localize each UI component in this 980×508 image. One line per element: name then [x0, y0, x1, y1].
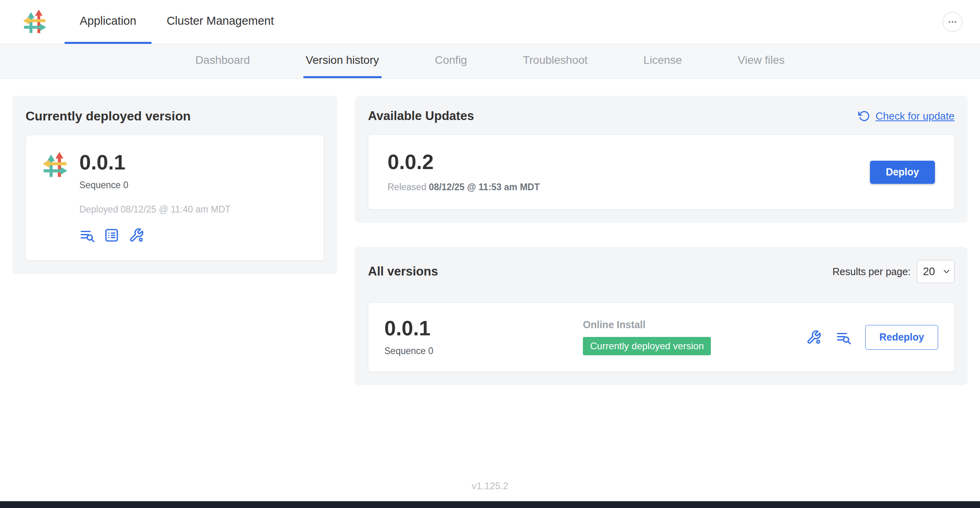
- release-notes-icon[interactable]: [836, 330, 851, 345]
- version-row: 0.0.1 Sequence 0 Online Install Currentl…: [368, 302, 954, 372]
- ellipsis-icon: [947, 16, 958, 28]
- deployed-card-title: Currently deployed version: [26, 109, 324, 124]
- row-version-number: 0.0.1: [384, 318, 583, 339]
- app-logo-small: [42, 152, 68, 178]
- currently-deployed-card: Currently deployed version: [12, 96, 337, 274]
- console-version: v1.125.2: [0, 480, 980, 492]
- deployed-sequence: Sequence 0: [79, 180, 231, 191]
- preflight-checks-icon[interactable]: [104, 228, 119, 243]
- overflow-menu-button[interactable]: [943, 12, 962, 32]
- tab-application[interactable]: Application: [65, 0, 152, 44]
- rotate-ccw-icon: [858, 110, 870, 122]
- edit-config-icon[interactable]: [129, 228, 144, 243]
- deployed-version-panel: 0.0.1 Sequence 0 Deployed 08/12/25 @ 11:…: [26, 135, 324, 261]
- subnav-item-version-history[interactable]: Version history: [303, 44, 382, 78]
- check-for-update-label: Check for update: [876, 110, 954, 122]
- update-released-line: Released 08/12/25 @ 11:53 am MDT: [388, 182, 540, 193]
- subnav-item-view-files[interactable]: View files: [735, 44, 787, 78]
- subnav-item-dashboard[interactable]: Dashboard: [193, 44, 252, 78]
- currently-deployed-badge: Currently deployed version: [583, 337, 711, 355]
- update-version-number: 0.0.2: [388, 152, 540, 172]
- release-notes-icon[interactable]: [79, 228, 94, 243]
- results-per-page-select[interactable]: 20: [917, 260, 954, 283]
- app-logo: [22, 10, 47, 34]
- top-nav: Application Cluster Management: [0, 0, 980, 44]
- subnav-item-config[interactable]: Config: [433, 44, 470, 78]
- app-logo-arrows-icon: [22, 10, 47, 34]
- subnav-item-troubleshoot[interactable]: Troubleshoot: [520, 44, 590, 78]
- deployed-version-number: 0.0.1: [79, 152, 231, 173]
- results-per-page-label: Results per page:: [832, 266, 911, 278]
- update-row: 0.0.2 Released 08/12/25 @ 11:53 am MDT D…: [368, 134, 954, 210]
- deployed-action-icons: [79, 228, 231, 243]
- deploy-button[interactable]: Deploy: [870, 161, 935, 184]
- released-date: 08/12/25 @ 11:53 am MDT: [429, 182, 540, 192]
- version-history-page: Currently deployed version: [0, 79, 980, 475]
- tab-application-label: Application: [80, 14, 136, 28]
- available-updates-title: Available Updates: [368, 109, 474, 123]
- page-footer: v1.125.2: [0, 475, 980, 501]
- released-prefix: Released: [388, 182, 426, 192]
- top-tab-bar: Application Cluster Management: [65, 0, 289, 44]
- check-for-update-link[interactable]: Check for update: [858, 110, 954, 122]
- results-per-page: Results per page: 20: [832, 260, 954, 283]
- app-sub-nav: Dashboard Version history Config Trouble…: [0, 44, 980, 79]
- available-updates-card: Available Updates Check for update 0.0.2: [355, 96, 968, 223]
- edit-config-icon[interactable]: [806, 330, 821, 345]
- deployed-timestamp: Deployed 08/12/25 @ 11:40 am MDT: [79, 204, 231, 215]
- app-logo-arrows-icon: [42, 152, 68, 178]
- install-type-label: Online Install: [583, 319, 711, 331]
- redeploy-button[interactable]: Redeploy: [865, 325, 938, 350]
- all-versions-title: All versions: [368, 264, 438, 279]
- right-column: Available Updates Check for update 0.0.2: [355, 96, 968, 385]
- bottom-bar: [0, 501, 980, 508]
- row-sequence: Sequence 0: [384, 346, 583, 356]
- subnav-item-license[interactable]: License: [641, 44, 685, 78]
- tab-cluster-management[interactable]: Cluster Management: [152, 0, 289, 44]
- tab-cluster-management-label: Cluster Management: [167, 14, 274, 28]
- all-versions-card: All versions Results per page: 20 0.: [355, 247, 968, 385]
